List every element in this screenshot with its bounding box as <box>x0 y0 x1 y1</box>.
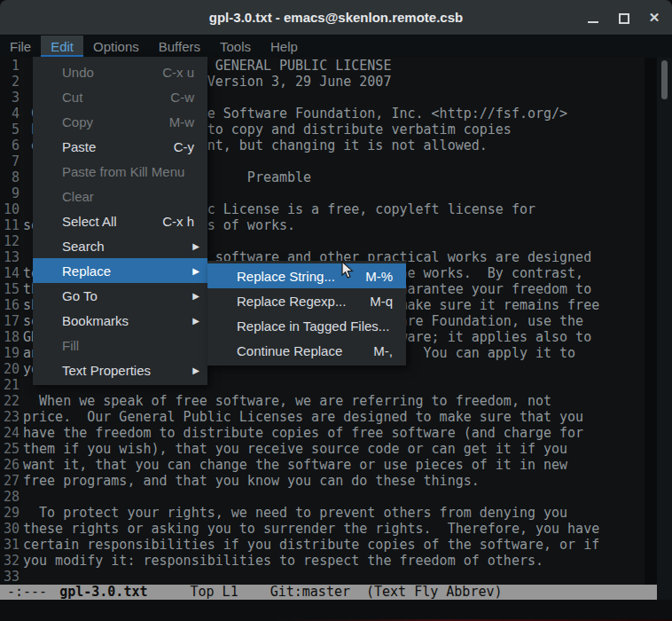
replace-submenu-item[interactable]: Replace String... M-% <box>207 263 406 288</box>
mode-line[interactable]: -:--- gpl-3.0.txt Top L1 Git:master (Tex… <box>0 585 657 600</box>
line-text: price. Our General Public Licenses are d… <box>20 409 583 425</box>
menubar-item[interactable]: Help <box>261 35 308 58</box>
edit-menu-item[interactable]: Clear <box>33 184 207 208</box>
line-number: 29 <box>0 505 20 521</box>
edit-menu-item[interactable]: Copy M-w <box>33 109 207 134</box>
menu-item-shortcut: M-q <box>370 294 393 309</box>
menubar-item-label: Tools <box>220 39 251 54</box>
menubar-item[interactable]: Tools <box>210 35 261 58</box>
menu-item-shortcut: C-x u <box>162 65 194 80</box>
line-text: have the freedom to distribute copies of… <box>20 425 583 441</box>
edit-menu-item[interactable]: Cut C-w <box>33 84 207 109</box>
line-text: you modify it: responsibilities to respe… <box>20 553 543 569</box>
line-number: 14 <box>0 265 20 281</box>
replace-submenu-item[interactable]: Continue Replace M-, <box>207 338 406 363</box>
line-number: 33 <box>0 569 20 585</box>
modeline-vcs-branch: Git:master <box>270 585 350 600</box>
menubar-item[interactable]: Options <box>83 35 149 58</box>
menubar-item-label: Help <box>270 39 298 54</box>
edit-menu-item[interactable]: Replace ▶ <box>33 258 207 283</box>
replace-submenu: Replace String... M-% Replace Regexp... … <box>207 261 406 366</box>
menu-item-label: Replace String... <box>237 269 335 284</box>
menu-item-label: Paste <box>62 139 96 154</box>
menubar-item[interactable]: Edit <box>41 35 83 58</box>
line-number: 24 <box>0 425 20 441</box>
line-number: 2 <box>0 74 20 90</box>
buffer-line: 33 <box>0 569 657 585</box>
modeline-coding: -:--- <box>7 585 47 600</box>
line-number: 16 <box>0 297 20 313</box>
replace-submenu-item[interactable]: Replace in Tagged Files... <box>207 313 406 338</box>
line-number: 17 <box>0 313 20 329</box>
buffer-line: 32 you modify it: responsibilities to re… <box>0 553 657 569</box>
mouse-cursor <box>341 261 355 283</box>
edit-menu-item[interactable]: Go To ▶ <box>33 283 207 308</box>
line-number: 15 <box>0 281 20 297</box>
line-number: 32 <box>0 553 20 569</box>
buffer-line: 30 these rights or asking you to surrend… <box>0 521 657 537</box>
submenu-arrow-icon: ▶ <box>192 366 201 375</box>
line-text: free programs, and that you know you can… <box>20 473 480 489</box>
buffer-line: 31 certain responsibilities if you distr… <box>0 537 657 553</box>
buffer-line: 27 free programs, and that you know you … <box>0 473 657 489</box>
menu-item-shortcut: C-w <box>170 90 194 105</box>
edit-menu-item[interactable]: Search ▶ <box>33 233 207 258</box>
menu-item-label: Replace in Tagged Files... <box>237 318 389 334</box>
close-icon: ✕ <box>641 0 668 35</box>
line-text <box>20 377 23 393</box>
edit-menu-item[interactable]: Fill <box>33 333 207 358</box>
edit-menu-item[interactable]: Undo C-x u <box>33 59 207 84</box>
replace-submenu-item[interactable]: Replace Regexp... M-q <box>207 288 406 313</box>
line-number: 9 <box>0 185 20 201</box>
line-number: 7 <box>0 153 20 169</box>
right-fringe <box>645 58 657 585</box>
menubar-item[interactable]: Buffers <box>149 35 210 58</box>
edit-menu-item[interactable]: Paste from Kill Menu <box>33 159 207 184</box>
menu-item-shortcut: M-w <box>169 114 194 130</box>
submenu-arrow-icon: ▶ <box>192 266 201 276</box>
menu-item-label: Paste from Kill Menu <box>62 164 184 179</box>
menu-item-shortcut: M-% <box>365 269 393 284</box>
modeline-minor-modes: (Text Fly Abbrev) <box>366 585 503 600</box>
minimize-icon <box>588 21 598 23</box>
menu-item-label: Continue Replace <box>237 343 342 358</box>
line-text: want it, that you can change the softwar… <box>20 457 567 473</box>
line-number: 6 <box>0 138 20 153</box>
menubar-item[interactable]: File <box>0 35 41 58</box>
edit-menu-item[interactable]: Select All C-x h <box>33 208 207 233</box>
menu-item-label: Replace <box>62 263 111 279</box>
menu-item-shortcut: C-y <box>174 139 194 154</box>
line-number: 13 <box>0 249 20 265</box>
line-text <box>20 153 23 169</box>
line-text: them if you wish), that you receive sour… <box>20 441 567 457</box>
line-number: 12 <box>0 233 20 249</box>
submenu-arrow-icon: ▶ <box>192 316 201 326</box>
line-number: 19 <box>0 345 20 361</box>
modeline-buffer-name: gpl-3.0.txt <box>59 585 147 600</box>
line-number: 28 <box>0 489 20 505</box>
menubar-item-label: Options <box>93 39 139 54</box>
edit-menu-item[interactable]: Paste C-y <box>33 134 207 159</box>
scrollbar-thumb[interactable] <box>661 60 668 99</box>
close-button[interactable]: ✕ <box>641 0 668 35</box>
edit-menu: Undo C-x u Cut C-w Copy M-w Paste C-y Pa… <box>33 57 207 385</box>
echo-area[interactable] <box>0 600 672 621</box>
line-number: 3 <box>0 90 20 106</box>
edit-menu-item[interactable]: Bookmarks ▶ <box>33 308 207 333</box>
edit-menu-item[interactable]: Text Properties ▶ <box>33 358 207 382</box>
menu-item-label: Cut <box>62 90 82 105</box>
minimize-button[interactable] <box>580 0 606 35</box>
title-bar: gpl-3.0.txt - emacs@skenlon.remote.csb ✕ <box>0 0 672 35</box>
line-number: 11 <box>0 217 20 233</box>
menu-item-label: Clear <box>62 189 94 204</box>
line-number: 31 <box>0 537 20 553</box>
line-number: 21 <box>0 377 20 393</box>
scrollbar-track[interactable] <box>657 58 672 621</box>
maximize-button[interactable] <box>610 0 637 35</box>
menu-item-label: Replace Regexp... <box>237 294 346 309</box>
line-number: 25 <box>0 441 20 457</box>
buffer-line: 28 <box>0 489 657 505</box>
line-text: To protect your rights, we need to preve… <box>20 505 567 521</box>
line-number: 8 <box>0 169 20 185</box>
buffer-line: 29 To protect your rights, we need to pr… <box>0 505 657 521</box>
